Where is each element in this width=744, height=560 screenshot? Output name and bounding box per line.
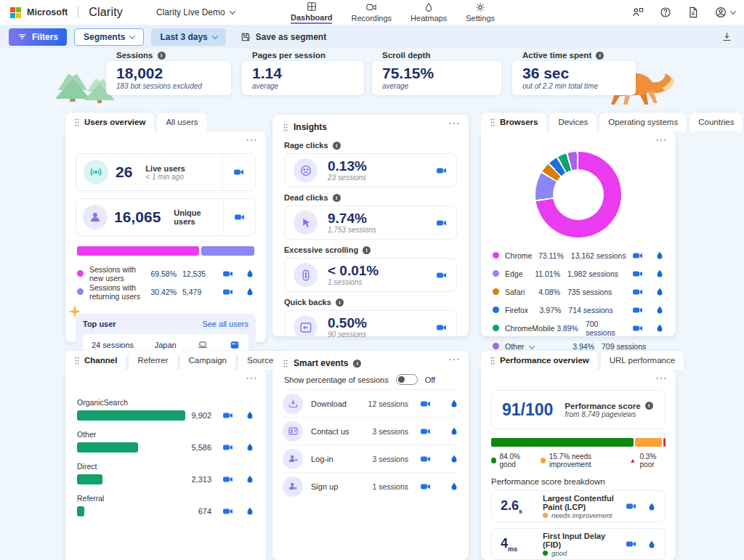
camera-icon[interactable]: [435, 218, 448, 228]
heatmap-icon[interactable]: [246, 442, 254, 453]
camera-icon[interactable]: [222, 269, 234, 279]
tab-recordings[interactable]: Recordings: [351, 0, 392, 25]
camera-icon[interactable]: [625, 501, 637, 511]
camera-icon[interactable]: [631, 251, 644, 261]
poor-bar-segment: [663, 438, 666, 447]
heatmap-icon[interactable]: [655, 268, 664, 279]
browser-name: Safari: [505, 288, 527, 296]
tab-channel[interactable]: Channel: [65, 351, 126, 370]
channel-bar: [77, 474, 102, 484]
camera-icon[interactable]: [222, 474, 234, 484]
help-icon[interactable]: [660, 7, 671, 18]
see-all-users-link[interactable]: See all users: [202, 320, 248, 328]
heatmap-icon[interactable]: [246, 268, 254, 279]
drag-handle-icon[interactable]: [74, 118, 80, 127]
channel-label: OrganicSearch: [77, 398, 254, 407]
heatmap-icon[interactable]: [246, 474, 254, 484]
more-menu-icon[interactable]: [448, 121, 460, 126]
camera-icon[interactable]: [419, 399, 432, 409]
heatmap-icon[interactable]: [647, 539, 656, 550]
download-icon[interactable]: [721, 31, 732, 42]
camera-icon[interactable]: [631, 305, 644, 315]
document-icon[interactable]: [687, 7, 699, 18]
info-icon[interactable]: i: [158, 52, 166, 60]
info-icon[interactable]: i: [363, 246, 371, 254]
more-menu-icon[interactable]: [655, 138, 667, 142]
info-icon[interactable]: i: [333, 194, 341, 202]
camera-icon[interactable]: [232, 167, 245, 177]
chevron-down-icon: [212, 33, 218, 38]
camera-icon[interactable]: [631, 323, 644, 333]
tab-source[interactable]: Source: [238, 351, 282, 370]
save-as-segment-button[interactable]: Save as segment: [240, 32, 326, 42]
heatmap-icon[interactable]: [655, 322, 664, 333]
heatmap-icon[interactable]: [655, 286, 664, 297]
info-icon[interactable]: i: [353, 360, 361, 368]
drag-handle-icon[interactable]: [490, 118, 496, 127]
tab-countries[interactable]: Countries: [690, 113, 743, 131]
tab-heatmaps[interactable]: Heatmaps: [411, 0, 447, 25]
channel-bar: [77, 506, 84, 516]
tab-operating-systems[interactable]: Operating systems: [599, 113, 687, 131]
heatmap-icon[interactable]: [246, 286, 254, 297]
more-menu-icon[interactable]: [246, 376, 257, 381]
drag-handle-icon[interactable]: [74, 356, 80, 365]
camera-icon[interactable]: [419, 482, 432, 492]
heatmap-icon[interactable]: [655, 304, 664, 315]
project-selector[interactable]: Clarity Live Demo: [156, 7, 235, 17]
info-icon[interactable]: i: [596, 52, 604, 60]
drag-handle-icon[interactable]: [283, 123, 288, 132]
camera-icon[interactable]: [419, 426, 432, 437]
share-icon[interactable]: [632, 7, 644, 18]
info-icon[interactable]: i: [336, 299, 344, 307]
browser-row-chromemobile: ChromeMobile 3.89% 700 sessions: [493, 319, 664, 337]
filters-button[interactable]: Filters: [9, 28, 67, 46]
camera-icon[interactable]: [631, 269, 644, 279]
camera-icon[interactable]: [419, 454, 432, 464]
active-time-value: 36 sec: [522, 65, 626, 82]
heatmap-icon[interactable]: [450, 398, 458, 409]
heatmap-icon[interactable]: [647, 501, 656, 512]
camera-icon[interactable]: [233, 212, 246, 222]
tab-devices[interactable]: Devices: [549, 113, 597, 131]
camera-icon[interactable]: [222, 410, 234, 421]
browser-name-other[interactable]: Other: [505, 342, 561, 351]
heatmap-icon[interactable]: [655, 250, 664, 261]
camera-icon[interactable]: [625, 539, 637, 549]
heatmap-icon[interactable]: [246, 410, 254, 421]
heatmap-icon[interactable]: [246, 506, 254, 516]
camera-icon[interactable]: [222, 287, 234, 297]
more-menu-icon[interactable]: [655, 376, 667, 381]
info-icon[interactable]: i: [333, 142, 341, 150]
camera-icon[interactable]: [222, 442, 234, 453]
tab-performance-overview[interactable]: Performance overview: [481, 351, 598, 370]
tab-settings[interactable]: Settings: [466, 0, 495, 25]
tab-users-overview[interactable]: Users overview: [65, 113, 154, 131]
heatmap-icon[interactable]: [450, 426, 458, 437]
more-menu-icon[interactable]: [246, 138, 257, 142]
tab-all-users[interactable]: All users: [157, 113, 206, 131]
camera-icon[interactable]: [435, 322, 448, 333]
camera-icon[interactable]: [631, 287, 644, 297]
download-event-icon: [288, 398, 299, 409]
info-icon[interactable]: i: [645, 402, 653, 410]
dead-clicks-value: 9.74%: [328, 211, 376, 226]
camera-icon[interactable]: [435, 166, 448, 176]
date-range-dropdown[interactable]: Last 3 days: [151, 28, 225, 46]
rage-clicks-row: 0.13% 23 sessions: [284, 153, 457, 187]
drag-handle-icon[interactable]: [490, 356, 496, 365]
tab-url-performance[interactable]: URL performance: [601, 351, 684, 370]
percentage-toggle[interactable]: [396, 374, 418, 385]
more-menu-icon[interactable]: [448, 357, 460, 362]
account-menu[interactable]: [715, 7, 735, 18]
heatmap-icon[interactable]: [450, 481, 458, 492]
tab-dashboard[interactable]: Dashboard: [291, 0, 332, 25]
tab-referrer[interactable]: Referrer: [129, 351, 177, 370]
tab-browsers[interactable]: Browsers: [481, 113, 546, 131]
heatmap-icon[interactable]: [450, 453, 458, 464]
camera-icon[interactable]: [222, 506, 234, 516]
tab-campaign[interactable]: Campaign: [180, 351, 235, 370]
segments-dropdown[interactable]: Segments: [74, 28, 144, 46]
camera-icon[interactable]: [435, 270, 448, 280]
browser-row-safari: Safari 4.08% 735 sessions: [493, 283, 664, 301]
